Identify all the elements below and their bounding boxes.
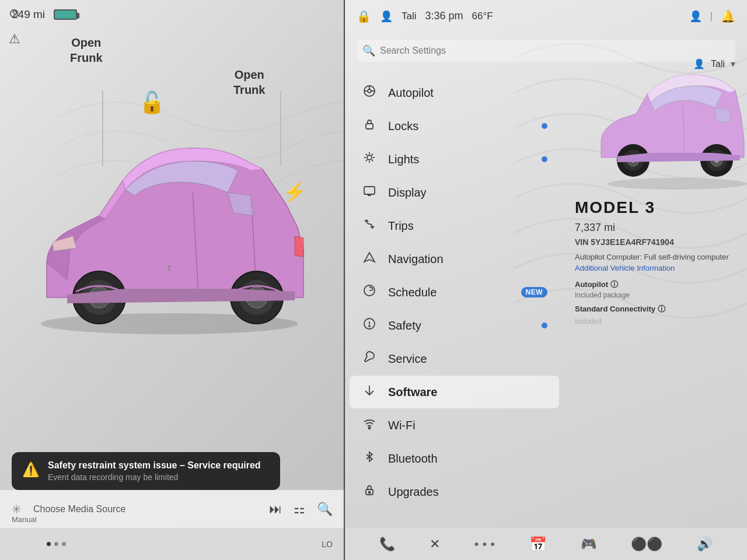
skip-forward-button[interactable]: ⏭: [269, 502, 282, 517]
navigation-icon: [361, 251, 378, 267]
header-time: 3:36 pm: [425, 10, 463, 22]
settings-item-display[interactable]: Display: [350, 176, 559, 209]
volume-icon[interactable]: 🔊: [697, 537, 713, 552]
header-temp: 66°F: [472, 10, 493, 22]
car-image: T: [18, 117, 321, 338]
settings-item-bluetooth[interactable]: Bluetooth: [350, 442, 559, 475]
svg-line-25: [372, 154, 373, 155]
settings-label-bluetooth: Bluetooth: [388, 452, 547, 466]
dots-nav: [47, 542, 66, 546]
calendar-button[interactable]: 📅: [529, 536, 547, 552]
settings-label-trips: Trips: [388, 219, 547, 233]
header-user-icon: 👤: [689, 10, 702, 23]
settings-item-trips[interactable]: Trips: [350, 209, 559, 242]
sun-icon: [361, 151, 378, 167]
search-media-button[interactable]: 🔍: [317, 502, 333, 517]
top-bar-right: 🔒 👤 Tali 3:36 pm 66°F 👤 | 🔔: [345, 0, 747, 32]
settings-item-safety[interactable]: Safety: [350, 309, 559, 342]
svg-point-18: [367, 155, 372, 160]
open-frunk-button[interactable]: Open Frunk: [70, 35, 103, 65]
settings-item-service[interactable]: Service: [350, 342, 559, 375]
service-icon: [361, 351, 378, 367]
settings-item-schedule[interactable]: ScheduleNEW: [350, 276, 559, 309]
notification-icon: 🔔: [721, 9, 735, 23]
connectivity-sub: Included: [575, 317, 741, 326]
trips-icon: [361, 218, 378, 234]
svg-line-23: [366, 154, 367, 155]
close-icon[interactable]: ✕: [430, 537, 440, 552]
upgrades-icon: [361, 484, 378, 500]
panel-divider: [343, 0, 345, 560]
svg-line-26: [366, 160, 367, 161]
settings-item-upgrades[interactable]: Upgrades: [350, 475, 559, 508]
settings-label-service: Service: [388, 352, 547, 366]
media-bar: ✳ Choose Media Source ⏭ ⚏ 🔍: [0, 490, 344, 528]
user-dropdown-icon: ▾: [731, 58, 735, 69]
manual-label: Manual: [12, 515, 37, 524]
lo-text: LO: [322, 540, 333, 549]
header-right-icons: 👤 | 🔔: [689, 9, 735, 23]
new-badge-schedule: NEW: [521, 287, 548, 298]
more-icon[interactable]: • • •: [474, 537, 495, 552]
bluetooth-icon: [361, 450, 378, 467]
safety-icon: [361, 317, 378, 334]
svg-marker-30: [364, 253, 375, 262]
settings-item-wifi[interactable]: Wi-Fi: [350, 409, 559, 442]
lo-label-area: LO: [322, 540, 333, 549]
svg-point-37: [369, 428, 371, 429]
top-bar-left: 249 mi: [0, 0, 344, 29]
calendar-icon: 📅: [529, 536, 547, 552]
search-icon: 🔍: [362, 44, 375, 57]
search-bar-container: 🔍: [345, 34, 747, 68]
nav-dot-3: [62, 542, 66, 546]
settings-label-lights: Lights: [388, 153, 531, 166]
alert-warning-icon: ⚠️: [22, 461, 40, 478]
side-icons: ⊙ ⚠: [9, 6, 20, 47]
user-profile-icon-2: 👤: [693, 58, 705, 69]
profile-icon: 👤: [380, 10, 393, 23]
battery-icon: [54, 9, 77, 20]
additional-info-link[interactable]: Additional Vehicle Information: [575, 264, 741, 272]
equalizer-button[interactable]: ⚏: [294, 502, 305, 517]
settings-item-software[interactable]: Software: [350, 376, 559, 408]
svg-rect-27: [364, 187, 375, 194]
display-icon: [361, 184, 378, 201]
open-trunk-button[interactable]: Open Trunk: [233, 67, 265, 97]
header-username: Tali: [402, 10, 417, 22]
svg-line-24: [372, 160, 373, 161]
computer-text: Autopilot Computer: Full self-driving co…: [575, 253, 741, 261]
dot-indicator-locks: [542, 123, 547, 129]
game-icon[interactable]: 🎮: [581, 537, 596, 552]
settings-item-lights[interactable]: Lights: [350, 143, 559, 176]
connectivity-row: Standard Connectivity ⓘ: [575, 304, 741, 316]
taskbar-left: Manual LO: [0, 528, 344, 560]
settings-item-navigation[interactable]: Navigation: [350, 243, 559, 275]
schedule-icon: [361, 284, 378, 300]
lock-icon: [361, 118, 378, 134]
vin: VIN 5YJ3E1EA4RF741904: [575, 237, 741, 247]
settings-label-locks: Locks: [388, 120, 531, 133]
user-display-label: Tali: [711, 59, 725, 69]
wifi-icon: [361, 417, 378, 433]
taskbar-right: 📞 ✕ • • • 📅 🎮 ⚫⚫ 🔊: [345, 528, 747, 560]
connectivity-label: Standard Connectivity ⓘ: [575, 304, 665, 314]
car-image-2: [589, 70, 747, 192]
settings-item-autopilot[interactable]: Autopilot: [350, 76, 559, 109]
settings-label-display: Display: [388, 186, 547, 200]
media-source-label[interactable]: Choose Media Source: [33, 504, 257, 514]
steering-icon: [361, 85, 378, 101]
dots-icon[interactable]: ⚫⚫: [631, 537, 662, 552]
software-icon: [361, 384, 378, 400]
autopilot-label: Autopilot ⓘ: [575, 279, 741, 290]
phone-icon[interactable]: 📞: [379, 537, 395, 552]
settings-item-locks[interactable]: Locks: [350, 110, 559, 142]
settings-label-upgrades: Upgrades: [388, 485, 547, 499]
left-panel: 249 mi ⊙ ⚠ Open Frunk 🔓 Open Trunk ⚡: [0, 0, 344, 560]
media-asterisk-icon: ✳: [12, 502, 22, 516]
search-input[interactable]: [357, 40, 735, 62]
car-details: MODEL 3 7,337 mi VIN 5YJ3E1EA4RF741904 A…: [575, 198, 741, 330]
car-info-panel: MODEL 3 7,337 mi VIN 5YJ3E1EA4RF741904 A…: [566, 76, 747, 531]
dot-indicator-safety: [542, 323, 547, 328]
settings-list: AutopilotLocksLightsDisplayTripsNavigati…: [345, 76, 564, 531]
svg-point-35: [369, 326, 370, 327]
